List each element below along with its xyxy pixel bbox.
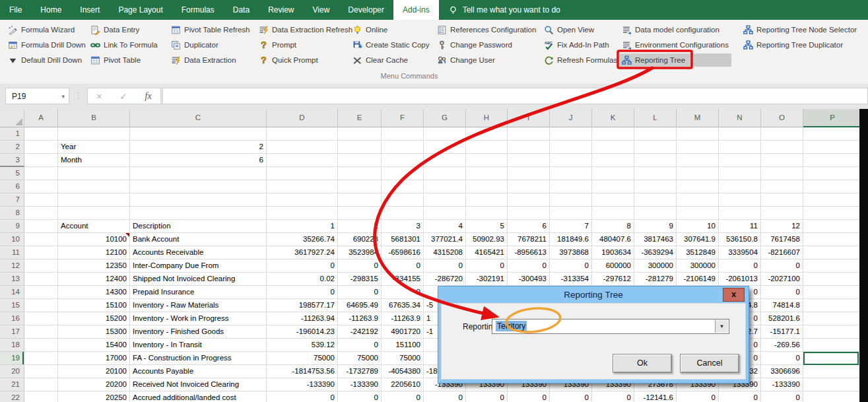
cell-o12[interactable]: 0 <box>761 259 803 273</box>
cell-e13[interactable]: -298315 <box>338 273 382 286</box>
ribbon-command-formula-drill-down[interactable]: Formula Drill Down <box>5 38 88 51</box>
cell-b11[interactable]: 12100 <box>58 246 130 259</box>
cell-b9[interactable]: Account <box>58 220 130 233</box>
cell-n6[interactable] <box>719 180 761 193</box>
cell-m13[interactable]: -2106149 <box>677 273 719 286</box>
cell-j5[interactable] <box>550 167 592 180</box>
cell-a18[interactable] <box>24 339 58 352</box>
cell-g9[interactable]: 4 <box>424 220 466 233</box>
cell-d7[interactable] <box>267 193 338 207</box>
cell-h11[interactable]: 4165421 <box>466 246 508 259</box>
cell-c8[interactable] <box>130 207 267 220</box>
cell-p20[interactable] <box>803 365 859 378</box>
tell-me-box[interactable]: Tell me what you want to do <box>439 0 570 20</box>
ribbon-command-data-extraction[interactable]: Data Extraction <box>168 53 253 67</box>
cell-p18[interactable] <box>803 339 859 352</box>
cancel-icon[interactable]: × <box>96 91 102 102</box>
cell-p14[interactable] <box>803 286 859 299</box>
cell-h10[interactable]: 50902.93 <box>466 233 508 246</box>
cell-h8[interactable] <box>466 207 508 220</box>
row-header-17[interactable]: 17 <box>0 325 24 339</box>
close-icon[interactable]: x <box>723 288 745 302</box>
cell-o14[interactable]: 0 <box>761 286 803 299</box>
cell-b21[interactable]: 20200 <box>58 378 130 391</box>
cell-p6[interactable] <box>803 180 859 193</box>
row-header-9[interactable]: 9 <box>0 220 24 233</box>
cell-o2[interactable] <box>761 141 803 154</box>
enter-icon[interactable]: ✓ <box>119 91 127 102</box>
cell-j2[interactable] <box>550 141 592 154</box>
cell-k13[interactable]: -297612 <box>592 273 634 286</box>
cell-n7[interactable] <box>719 193 761 207</box>
cell-f1[interactable] <box>382 127 424 141</box>
cell-m10[interactable]: 307641.9 <box>677 233 719 246</box>
row-header-10[interactable]: 10 <box>0 233 24 246</box>
cell-h7[interactable] <box>466 193 508 207</box>
cell-f15[interactable]: 67635.34 <box>382 299 424 312</box>
cell-l6[interactable] <box>634 180 677 193</box>
cell-b16[interactable]: 15200 <box>58 312 130 325</box>
cell-l5[interactable] <box>634 167 677 180</box>
ribbon-command-refresh-formulas[interactable]: Refresh Formulas <box>541 53 620 67</box>
cell-a7[interactable] <box>24 193 58 207</box>
cell-d2[interactable] <box>267 141 338 154</box>
cell-b10[interactable]: 10100 <box>58 233 130 246</box>
cell-k2[interactable] <box>592 141 634 154</box>
tab-page-layout[interactable]: Page Layout <box>109 0 172 20</box>
column-header-g[interactable]: G <box>424 109 466 127</box>
row-header-3[interactable]: 3 <box>0 154 24 167</box>
cell-g12[interactable]: 0 <box>424 259 466 273</box>
cell-n2[interactable] <box>719 141 761 154</box>
cell-o7[interactable] <box>761 193 803 207</box>
cell-j10[interactable]: 181849.6 <box>550 233 592 246</box>
cell-f22[interactable]: 0 <box>382 391 424 402</box>
cell-j1[interactable] <box>550 127 592 141</box>
cell-m6[interactable] <box>677 180 719 193</box>
ribbon-command-duplicator[interactable]: Duplicator <box>168 38 253 51</box>
cell-h6[interactable] <box>466 180 508 193</box>
cell-f21[interactable]: 2205610 <box>382 378 424 391</box>
column-header-p[interactable]: P <box>803 109 859 127</box>
cell-b14[interactable]: 14300 <box>58 286 130 299</box>
cell-a5[interactable] <box>24 167 58 180</box>
cell-d13[interactable]: 0.02 <box>267 273 338 286</box>
cell-i1[interactable] <box>508 127 550 141</box>
cell-f17[interactable]: 4901720 <box>382 325 424 339</box>
cell-l1[interactable] <box>634 127 677 141</box>
cell-f3[interactable] <box>382 154 424 167</box>
cell-c19[interactable]: FA - Construction in Progress <box>130 352 267 365</box>
cell-p11[interactable] <box>803 246 859 259</box>
cell-k6[interactable] <box>592 180 634 193</box>
cell-i10[interactable]: 7678211 <box>508 233 550 246</box>
cell-g10[interactable]: 377021.4 <box>424 233 466 246</box>
cell-i2[interactable] <box>508 141 550 154</box>
ribbon-command-change-user[interactable]: Change User <box>434 53 539 67</box>
tab-data[interactable]: Data <box>224 0 259 20</box>
cell-k12[interactable]: 600000 <box>592 259 634 273</box>
ribbon-command-clear-cache[interactable]: Clear Cache <box>350 53 432 67</box>
cell-h13[interactable]: -302191 <box>466 273 508 286</box>
cell-c20[interactable]: Accounts Payable <box>130 365 267 378</box>
cell-l11[interactable]: -3639294 <box>634 246 677 259</box>
ribbon-command-reporting-tree-duplicator[interactable]: Reporting Tree Duplicator <box>741 38 859 51</box>
cell-e19[interactable]: 75000 <box>338 352 382 365</box>
cell-o5[interactable] <box>761 167 803 180</box>
cell-d20[interactable]: -1814753.56 <box>267 365 338 378</box>
cell-c7[interactable] <box>130 193 267 207</box>
cell-i7[interactable] <box>508 193 550 207</box>
cell-c13[interactable]: Shipped Not Invoiced Clearing <box>130 273 267 286</box>
cell-a16[interactable] <box>24 312 58 325</box>
chevron-down-icon[interactable]: ▼ <box>715 320 728 333</box>
cell-e17[interactable]: -242192 <box>338 325 382 339</box>
cell-l8[interactable] <box>634 207 677 220</box>
name-box-dropdown-icon[interactable]: ▾ <box>61 88 65 105</box>
row-header-21[interactable]: 21 <box>0 378 24 391</box>
cell-e20[interactable]: -1732789 <box>338 365 382 378</box>
cell-o13[interactable]: -2027100 <box>761 273 803 286</box>
cell-n11[interactable]: 3339504 <box>719 246 761 259</box>
cell-c6[interactable] <box>130 180 267 193</box>
cell-p16[interactable] <box>803 312 859 325</box>
cell-g22[interactable]: 0 <box>424 391 466 402</box>
cell-h3[interactable] <box>466 154 508 167</box>
column-header-j[interactable]: J <box>550 109 592 127</box>
